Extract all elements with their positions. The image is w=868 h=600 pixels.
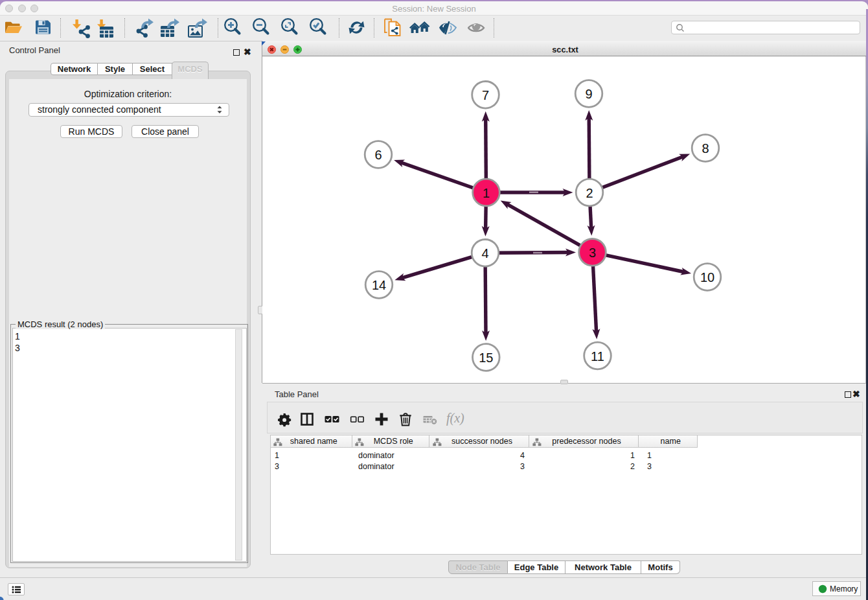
svg-text:14: 14 xyxy=(372,278,386,292)
svg-text:3: 3 xyxy=(589,246,596,260)
svg-text:10: 10 xyxy=(700,270,714,284)
svg-text:11: 11 xyxy=(591,349,604,363)
svg-text:7: 7 xyxy=(482,88,489,102)
svg-text:6: 6 xyxy=(374,148,382,162)
svg-text:9: 9 xyxy=(585,87,592,101)
svg-text:2: 2 xyxy=(586,186,593,200)
svg-text:8: 8 xyxy=(702,141,709,156)
svg-text:15: 15 xyxy=(479,351,493,365)
svg-text:4: 4 xyxy=(481,246,488,260)
svg-text:1: 1 xyxy=(483,186,490,200)
